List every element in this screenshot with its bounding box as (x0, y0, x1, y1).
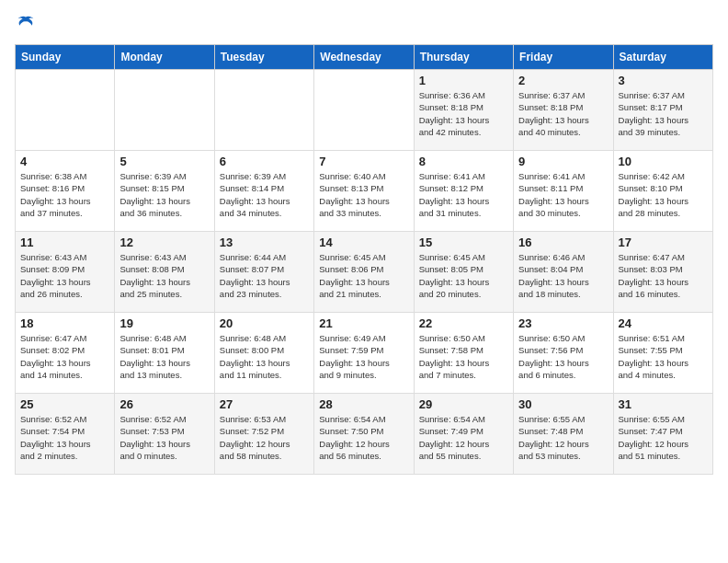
day-number: 3 (619, 74, 708, 87)
day-info: Sunrise: 6:47 AM Sunset: 8:02 PM Dayligh… (20, 332, 109, 381)
day-cell-11: 11Sunrise: 6:43 AM Sunset: 8:09 PM Dayli… (16, 232, 115, 313)
day-info: Sunrise: 6:52 AM Sunset: 7:53 PM Dayligh… (119, 413, 209, 462)
week-row-1: 1Sunrise: 6:36 AM Sunset: 8:18 PM Daylig… (16, 70, 713, 151)
day-number: 8 (419, 155, 508, 168)
header (15, 15, 713, 33)
day-cell-12: 12Sunrise: 6:43 AM Sunset: 8:08 PM Dayli… (115, 232, 214, 313)
empty-cell (115, 70, 214, 151)
day-cell-24: 24Sunrise: 6:51 AM Sunset: 7:55 PM Dayli… (613, 313, 712, 394)
day-number: 16 (518, 236, 608, 249)
week-row-4: 18Sunrise: 6:47 AM Sunset: 8:02 PM Dayli… (16, 313, 713, 394)
day-header-sunday: Sunday (16, 45, 115, 70)
day-info: Sunrise: 6:41 AM Sunset: 8:11 PM Dayligh… (518, 170, 608, 219)
day-number: 26 (119, 397, 209, 411)
day-number: 20 (220, 316, 309, 330)
day-cell-10: 10Sunrise: 6:42 AM Sunset: 8:10 PM Dayli… (613, 151, 712, 232)
day-info: Sunrise: 6:45 AM Sunset: 8:05 PM Dayligh… (419, 251, 508, 300)
header-row: SundayMondayTuesdayWednesdayThursdayFrid… (16, 45, 713, 70)
day-number: 27 (220, 397, 309, 411)
day-number: 10 (619, 155, 708, 168)
day-cell-1: 1Sunrise: 6:36 AM Sunset: 8:18 PM Daylig… (414, 70, 513, 151)
day-number: 23 (518, 316, 608, 330)
empty-cell (16, 70, 115, 151)
week-row-2: 4Sunrise: 6:38 AM Sunset: 8:16 PM Daylig… (16, 151, 713, 232)
day-info: Sunrise: 6:39 AM Sunset: 8:14 PM Dayligh… (220, 170, 309, 219)
day-number: 6 (220, 155, 309, 168)
day-info: Sunrise: 6:39 AM Sunset: 8:15 PM Dayligh… (119, 170, 209, 219)
day-info: Sunrise: 6:50 AM Sunset: 7:58 PM Dayligh… (419, 332, 508, 381)
day-number: 21 (319, 316, 408, 330)
day-number: 17 (619, 236, 708, 249)
day-number: 12 (119, 236, 209, 249)
logo-bird-icon (17, 15, 35, 33)
day-number: 31 (619, 397, 708, 411)
day-info: Sunrise: 6:38 AM Sunset: 8:16 PM Dayligh… (20, 170, 109, 219)
day-number: 9 (518, 155, 608, 168)
day-cell-19: 19Sunrise: 6:48 AM Sunset: 8:01 PM Dayli… (115, 313, 214, 394)
empty-cell (314, 70, 414, 151)
day-number: 7 (319, 155, 408, 168)
day-number: 11 (20, 236, 109, 249)
day-cell-25: 25Sunrise: 6:52 AM Sunset: 7:54 PM Dayli… (16, 394, 115, 475)
day-header-wednesday: Wednesday (314, 45, 414, 70)
day-info: Sunrise: 6:41 AM Sunset: 8:12 PM Dayligh… (419, 170, 508, 219)
day-cell-16: 16Sunrise: 6:46 AM Sunset: 8:04 PM Dayli… (514, 232, 613, 313)
day-number: 4 (20, 155, 109, 168)
day-cell-13: 13Sunrise: 6:44 AM Sunset: 8:07 PM Dayli… (214, 232, 313, 313)
day-cell-23: 23Sunrise: 6:50 AM Sunset: 7:56 PM Dayli… (514, 313, 613, 394)
day-cell-14: 14Sunrise: 6:45 AM Sunset: 8:06 PM Dayli… (314, 232, 414, 313)
day-number: 30 (518, 397, 608, 411)
day-info: Sunrise: 6:54 AM Sunset: 7:49 PM Dayligh… (419, 413, 508, 462)
day-info: Sunrise: 6:51 AM Sunset: 7:55 PM Dayligh… (619, 332, 708, 381)
day-cell-3: 3Sunrise: 6:37 AM Sunset: 8:17 PM Daylig… (613, 70, 712, 151)
day-cell-28: 28Sunrise: 6:54 AM Sunset: 7:50 PM Dayli… (314, 394, 414, 475)
day-info: Sunrise: 6:43 AM Sunset: 8:08 PM Dayligh… (119, 251, 209, 300)
day-cell-2: 2Sunrise: 6:37 AM Sunset: 8:18 PM Daylig… (514, 70, 613, 151)
day-number: 18 (20, 316, 109, 330)
day-cell-5: 5Sunrise: 6:39 AM Sunset: 8:15 PM Daylig… (115, 151, 214, 232)
day-header-thursday: Thursday (414, 45, 513, 70)
day-cell-9: 9Sunrise: 6:41 AM Sunset: 8:11 PM Daylig… (514, 151, 613, 232)
day-cell-31: 31Sunrise: 6:55 AM Sunset: 7:47 PM Dayli… (613, 394, 712, 475)
day-cell-20: 20Sunrise: 6:48 AM Sunset: 8:00 PM Dayli… (214, 313, 313, 394)
day-info: Sunrise: 6:46 AM Sunset: 8:04 PM Dayligh… (518, 251, 608, 300)
day-info: Sunrise: 6:55 AM Sunset: 7:47 PM Dayligh… (619, 413, 708, 462)
day-info: Sunrise: 6:50 AM Sunset: 7:56 PM Dayligh… (518, 332, 608, 381)
day-cell-18: 18Sunrise: 6:47 AM Sunset: 8:02 PM Dayli… (16, 313, 115, 394)
day-number: 15 (419, 236, 508, 249)
day-cell-27: 27Sunrise: 6:53 AM Sunset: 7:52 PM Dayli… (214, 394, 313, 475)
day-info: Sunrise: 6:37 AM Sunset: 8:18 PM Dayligh… (518, 89, 608, 138)
empty-cell (214, 70, 313, 151)
day-header-tuesday: Tuesday (214, 45, 313, 70)
day-cell-6: 6Sunrise: 6:39 AM Sunset: 8:14 PM Daylig… (214, 151, 313, 232)
day-number: 28 (319, 397, 408, 411)
day-info: Sunrise: 6:48 AM Sunset: 8:00 PM Dayligh… (220, 332, 309, 381)
day-info: Sunrise: 6:44 AM Sunset: 8:07 PM Dayligh… (220, 251, 309, 300)
day-info: Sunrise: 6:37 AM Sunset: 8:17 PM Dayligh… (619, 89, 708, 138)
day-cell-22: 22Sunrise: 6:50 AM Sunset: 7:58 PM Dayli… (414, 313, 513, 394)
week-row-5: 25Sunrise: 6:52 AM Sunset: 7:54 PM Dayli… (16, 394, 713, 475)
day-header-friday: Friday (514, 45, 613, 70)
day-number: 22 (419, 316, 508, 330)
day-info: Sunrise: 6:47 AM Sunset: 8:03 PM Dayligh… (619, 251, 708, 300)
day-number: 29 (419, 397, 508, 411)
day-number: 1 (419, 74, 508, 87)
day-number: 5 (119, 155, 209, 168)
day-header-saturday: Saturday (613, 45, 712, 70)
day-info: Sunrise: 6:36 AM Sunset: 8:18 PM Dayligh… (419, 89, 508, 138)
day-cell-17: 17Sunrise: 6:47 AM Sunset: 8:03 PM Dayli… (613, 232, 712, 313)
day-number: 24 (619, 316, 708, 330)
day-info: Sunrise: 6:49 AM Sunset: 7:59 PM Dayligh… (319, 332, 408, 381)
day-number: 14 (319, 236, 408, 249)
day-cell-21: 21Sunrise: 6:49 AM Sunset: 7:59 PM Dayli… (314, 313, 414, 394)
day-info: Sunrise: 6:53 AM Sunset: 7:52 PM Dayligh… (220, 413, 309, 462)
day-info: Sunrise: 6:42 AM Sunset: 8:10 PM Dayligh… (619, 170, 708, 219)
logo (15, 15, 35, 33)
day-number: 2 (518, 74, 608, 87)
day-info: Sunrise: 6:45 AM Sunset: 8:06 PM Dayligh… (319, 251, 408, 300)
day-cell-7: 7Sunrise: 6:40 AM Sunset: 8:13 PM Daylig… (314, 151, 414, 232)
day-number: 25 (20, 397, 109, 411)
day-cell-26: 26Sunrise: 6:52 AM Sunset: 7:53 PM Dayli… (115, 394, 214, 475)
day-cell-4: 4Sunrise: 6:38 AM Sunset: 8:16 PM Daylig… (16, 151, 115, 232)
calendar-table: SundayMondayTuesdayWednesdayThursdayFrid… (15, 44, 713, 475)
